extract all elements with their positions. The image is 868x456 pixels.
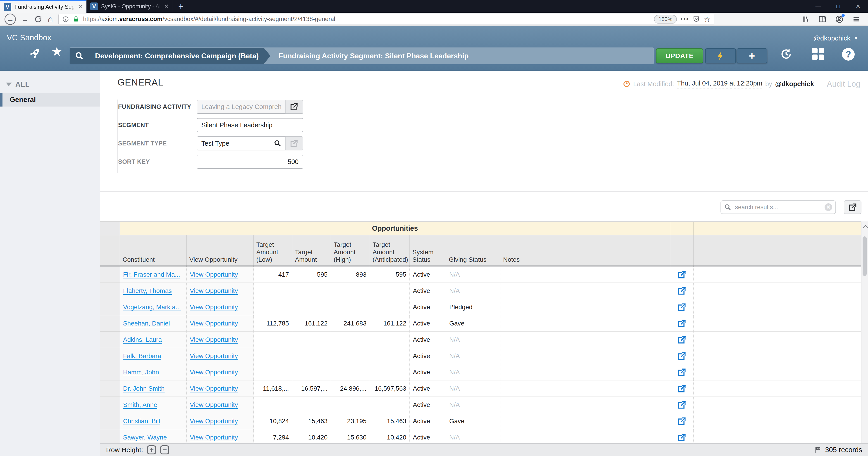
clear-search-icon[interactable]: ✕ xyxy=(825,203,832,211)
constituent-link[interactable]: Christian, Bill xyxy=(123,418,160,425)
open-opportunity-button[interactable] xyxy=(670,299,693,315)
site-info-icon[interactable] xyxy=(62,16,69,23)
view-opportunity-link[interactable]: View Opportunity xyxy=(190,434,238,441)
results-search-box[interactable]: ✕ xyxy=(720,201,836,214)
forward-button[interactable]: → xyxy=(21,16,29,23)
scroll-up-icon[interactable] xyxy=(862,221,868,233)
constituent-link[interactable]: Flaherty, Thomas xyxy=(123,287,172,295)
segment-type-field[interactable] xyxy=(197,136,285,150)
pocket-icon[interactable] xyxy=(693,16,700,23)
row-handle[interactable] xyxy=(100,283,120,299)
constituent-link[interactable]: Smith, Anne xyxy=(123,401,157,408)
sidebar-item-general[interactable]: General xyxy=(0,93,100,107)
open-segment-type-button[interactable] xyxy=(285,136,303,150)
segment-field[interactable] xyxy=(197,118,303,132)
refresh-icon[interactable] xyxy=(34,15,42,23)
constituent-link[interactable]: Fir, Fraser and Ma... xyxy=(123,271,180,278)
open-opportunity-button[interactable] xyxy=(670,283,693,299)
column-header-target-low[interactable]: Target Amount (Low) xyxy=(254,235,292,266)
column-header-view-opportunity[interactable]: View Opportunity xyxy=(187,235,254,266)
constituent-link[interactable]: Dr. John Smith xyxy=(123,385,165,392)
add-record-button[interactable]: + xyxy=(737,49,767,63)
open-opportunity-button[interactable] xyxy=(670,332,693,348)
bookmark-star-icon[interactable]: ☆ xyxy=(704,15,710,24)
help-icon[interactable]: ? xyxy=(842,48,855,61)
account-icon[interactable] xyxy=(835,15,843,24)
results-search-input[interactable] xyxy=(735,204,822,211)
breadcrumb-item-campaign[interactable]: Development: Comprehensive Campaign (Bet… xyxy=(89,48,271,64)
view-opportunity-link[interactable]: View Opportunity xyxy=(190,304,238,311)
row-handle[interactable] xyxy=(100,413,120,429)
row-handle[interactable] xyxy=(100,315,120,332)
view-opportunity-link[interactable]: View Opportunity xyxy=(190,320,238,327)
open-opportunity-button[interactable] xyxy=(670,315,693,332)
history-icon[interactable] xyxy=(780,48,792,60)
tab-fundraising-activity-segment[interactable]: V Fundraising Activity Segment: S ✕ xyxy=(0,0,86,13)
row-handle[interactable] xyxy=(100,299,120,315)
table-scrollbar[interactable] xyxy=(861,221,868,443)
column-header-notes[interactable]: Notes xyxy=(500,235,670,266)
open-opportunity-button[interactable] xyxy=(670,429,693,443)
close-tab-icon[interactable]: ✕ xyxy=(164,3,169,9)
open-fundraising-activity-button[interactable] xyxy=(285,100,303,114)
quick-actions-button[interactable] xyxy=(705,49,736,63)
update-button[interactable]: UPDATE xyxy=(656,49,703,63)
open-opportunity-button[interactable] xyxy=(670,267,693,283)
open-results-button[interactable] xyxy=(844,201,862,214)
zoom-level-badge[interactable]: 150% xyxy=(654,15,677,24)
row-height-decrease-icon[interactable]: − xyxy=(160,445,169,454)
row-handle[interactable] xyxy=(100,267,120,283)
constituent-link[interactable]: Falk, Barbara xyxy=(123,353,161,360)
view-opportunity-link[interactable]: View Opportunity xyxy=(190,401,238,408)
home-icon[interactable]: ⌂ xyxy=(48,15,53,24)
view-opportunity-link[interactable]: View Opportunity xyxy=(190,336,238,343)
column-header-giving-status[interactable]: Giving Status xyxy=(446,235,500,266)
view-opportunity-link[interactable]: View Opportunity xyxy=(190,353,238,360)
sort-key-field[interactable] xyxy=(197,155,303,169)
row-handle[interactable] xyxy=(100,348,120,364)
apps-grid-icon[interactable] xyxy=(812,48,824,60)
open-opportunity-button[interactable] xyxy=(670,381,693,397)
constituent-link[interactable]: Sheehan, Daniel xyxy=(123,320,170,327)
library-icon[interactable] xyxy=(802,15,810,23)
view-opportunity-link[interactable]: View Opportunity xyxy=(190,385,238,392)
row-handle[interactable] xyxy=(100,332,120,348)
scrollbar-thumb[interactable] xyxy=(863,236,867,276)
open-opportunity-button[interactable] xyxy=(670,413,693,429)
close-tab-icon[interactable]: ✕ xyxy=(78,4,83,10)
open-opportunity-button[interactable] xyxy=(670,348,693,364)
last-modified-value[interactable]: Thu, Jul 04, 2019 at 12:20pm xyxy=(677,80,762,88)
row-handle[interactable] xyxy=(100,429,120,443)
search-icon[interactable] xyxy=(70,48,89,64)
row-handle[interactable] xyxy=(100,381,120,397)
maximize-icon[interactable]: □ xyxy=(828,0,848,13)
constituent-link[interactable]: Hamm, John xyxy=(123,369,159,376)
rocket-icon[interactable] xyxy=(26,44,44,62)
new-tab-button[interactable]: + xyxy=(173,0,189,13)
url-text[interactable]: https://axiom.veracross.com/vcsandbox/#/… xyxy=(83,16,650,23)
sidebars-icon[interactable] xyxy=(818,15,826,23)
sidebar-group-all[interactable]: ALL xyxy=(6,80,30,88)
column-header-constituent[interactable]: Constituent xyxy=(120,235,187,266)
user-menu[interactable]: @dkopchick ▼ xyxy=(813,34,859,42)
column-header-target-high[interactable]: Target Amount (High) xyxy=(331,235,370,266)
view-opportunity-link[interactable]: View Opportunity xyxy=(190,418,238,425)
view-opportunity-link[interactable]: View Opportunity xyxy=(190,271,238,278)
lookup-search-icon[interactable] xyxy=(274,140,281,147)
url-bar[interactable]: https://axiom.veracross.com/vcsandbox/#/… xyxy=(58,14,714,24)
constituent-link[interactable]: Vogelzang, Mark a... xyxy=(123,304,181,311)
menu-hamburger-icon[interactable] xyxy=(852,15,860,23)
column-header-target-amount[interactable]: Target Amount xyxy=(292,235,331,266)
page-actions-icon[interactable]: ••• xyxy=(680,16,689,22)
close-window-icon[interactable]: ✕ xyxy=(848,0,868,13)
audit-log-link[interactable]: Audit Log xyxy=(827,80,860,88)
row-handle[interactable] xyxy=(100,364,120,381)
minimize-icon[interactable]: — xyxy=(808,0,828,13)
column-header-target-anticipated[interactable]: Target Amount (Anticipated) xyxy=(370,235,410,266)
view-opportunity-link[interactable]: View Opportunity xyxy=(190,287,238,295)
open-opportunity-button[interactable] xyxy=(670,397,693,413)
favorites-star-icon[interactable]: ★ xyxy=(51,45,62,58)
row-handle[interactable] xyxy=(100,397,120,413)
constituent-link[interactable]: Adkins, Laura xyxy=(123,336,162,343)
view-opportunity-link[interactable]: View Opportunity xyxy=(190,369,238,376)
